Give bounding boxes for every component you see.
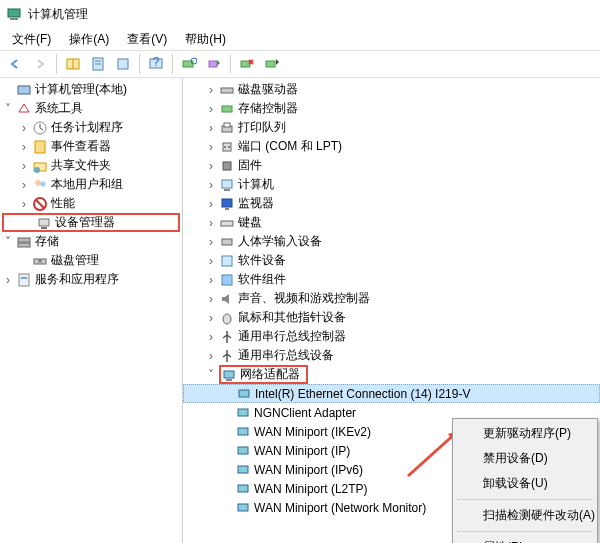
tree-task-scheduler[interactable]: ›任务计划程序 (0, 118, 182, 137)
chevron-right-icon[interactable]: › (16, 121, 32, 135)
menu-separator (457, 499, 593, 500)
tree-event-viewer[interactable]: ›事件查看器 (0, 137, 182, 156)
device-keyboards[interactable]: ›键盘 (183, 213, 600, 232)
context-menu-properties[interactable]: 属性(R) (455, 535, 595, 543)
chevron-right-icon[interactable]: › (203, 121, 219, 135)
svg-rect-53 (238, 428, 248, 435)
svg-rect-50 (226, 379, 232, 381)
svg-rect-40 (222, 180, 232, 188)
device-computer[interactable]: ›计算机 (183, 175, 600, 194)
menu-bar: 文件(F) 操作(A) 查看(V) 帮助(H) (0, 28, 600, 50)
chevron-down-icon[interactable]: ˅ (0, 235, 16, 249)
properties-button[interactable] (87, 53, 109, 75)
chevron-right-icon[interactable]: › (203, 273, 219, 287)
device-firmware[interactable]: ›固件 (183, 156, 600, 175)
chevron-down-icon[interactable]: ˅ (203, 368, 219, 382)
svg-rect-1 (10, 18, 18, 20)
device-print-queues[interactable]: ›打印队列 (183, 118, 600, 137)
chevron-right-icon[interactable]: › (203, 311, 219, 325)
menu-view[interactable]: 查看(V) (119, 29, 175, 50)
tree-device-manager[interactable]: 设备管理器 (2, 213, 180, 232)
chevron-right-icon[interactable]: › (203, 254, 219, 268)
device-storage-controllers[interactable]: ›存储控制器 (183, 99, 600, 118)
svg-rect-44 (221, 221, 233, 226)
tree-shared-folders[interactable]: ›共享文件夹 (0, 156, 182, 175)
svg-rect-51 (239, 390, 249, 397)
tree-root[interactable]: 计算机管理(本地) (0, 80, 182, 99)
device-disk-drives[interactable]: ›磁盘驱动器 (183, 80, 600, 99)
device-hid[interactable]: ›人体学输入设备 (183, 232, 600, 251)
device-monitors[interactable]: ›监视器 (183, 194, 600, 213)
disable-device-button[interactable] (261, 53, 283, 75)
chevron-right-icon[interactable]: › (203, 349, 219, 363)
scan-hardware-button[interactable] (178, 53, 200, 75)
chevron-right-icon[interactable]: › (203, 178, 219, 192)
chevron-down-icon[interactable]: ˅ (0, 102, 16, 116)
toolbar: ? (0, 50, 600, 78)
context-menu-disable-device[interactable]: 禁用设备(D) (455, 446, 595, 471)
svg-rect-57 (238, 504, 248, 511)
tree-disk-management[interactable]: 磁盘管理 (0, 251, 182, 270)
tree-label: Intel(R) Ethernet Connection (14) I219-V (255, 387, 470, 401)
chevron-right-icon[interactable]: › (203, 235, 219, 249)
chevron-right-icon[interactable]: › (16, 178, 32, 192)
tree-label: 鼠标和其他指针设备 (238, 309, 346, 326)
uninstall-device-button[interactable] (236, 53, 258, 75)
help-button[interactable]: ? (145, 53, 167, 75)
svg-rect-56 (238, 485, 248, 492)
device-software-devices[interactable]: ›软件设备 (183, 251, 600, 270)
svg-text:?: ? (153, 56, 160, 69)
menu-action[interactable]: 操作(A) (61, 29, 117, 50)
update-driver-toolbar-button[interactable] (203, 53, 225, 75)
context-menu-uninstall-device[interactable]: 卸载设备(U) (455, 471, 595, 496)
menu-help[interactable]: 帮助(H) (177, 29, 234, 50)
svg-point-38 (228, 146, 230, 148)
tree-label: WAN Miniport (L2TP) (254, 482, 368, 496)
chevron-right-icon[interactable]: › (203, 216, 219, 230)
tree-system-tools[interactable]: ˅系统工具 (0, 99, 182, 118)
device-network-adapters[interactable]: 网络适配器 (240, 366, 300, 383)
context-menu-scan-hardware[interactable]: 扫描检测硬件改动(A) (455, 503, 595, 528)
chevron-right-icon[interactable]: › (203, 197, 219, 211)
tree-label: 任务计划程序 (51, 119, 123, 136)
chevron-right-icon[interactable]: › (16, 197, 32, 211)
device-software-components[interactable]: ›软件组件 (183, 270, 600, 289)
svg-point-19 (34, 167, 40, 173)
svg-rect-52 (238, 409, 248, 416)
device-usb-devices[interactable]: ›通用串行总线设备 (183, 346, 600, 365)
chevron-right-icon[interactable]: › (0, 273, 16, 287)
chevron-right-icon[interactable]: › (203, 159, 219, 173)
export-button[interactable] (112, 53, 134, 75)
device-usb-controllers[interactable]: ›通用串行总线控制器 (183, 327, 600, 346)
tree-label: 存储 (35, 233, 59, 250)
forward-button[interactable] (29, 53, 51, 75)
device-mice[interactable]: ›鼠标和其他指针设备 (183, 308, 600, 327)
app-icon (6, 6, 22, 22)
chevron-right-icon[interactable]: › (203, 140, 219, 154)
tree-services[interactable]: ›服务和应用程序 (0, 270, 182, 289)
show-hide-button[interactable] (62, 53, 84, 75)
svg-rect-13 (241, 61, 250, 67)
svg-line-23 (36, 200, 44, 208)
svg-rect-45 (222, 239, 232, 245)
left-tree: 计算机管理(本地) ˅系统工具 ›任务计划程序 ›事件查看器 ›共享文件夹 ›本… (0, 78, 182, 291)
tree-label: NGNClient Adapter (254, 406, 356, 420)
tree-label: 键盘 (238, 214, 262, 231)
device-ports[interactable]: ›端口 (COM 和 LPT) (183, 137, 600, 156)
network-adapter-ethernet[interactable]: Intel(R) Ethernet Connection (14) I219-V (183, 384, 600, 403)
tree-local-users[interactable]: ›本地用户和组 (0, 175, 182, 194)
tree-label: 人体学输入设备 (238, 233, 322, 250)
chevron-right-icon[interactable]: › (16, 159, 32, 173)
back-button[interactable] (4, 53, 26, 75)
chevron-right-icon[interactable]: › (16, 140, 32, 154)
device-sound[interactable]: ›声音、视频和游戏控制器 (183, 289, 600, 308)
svg-rect-12 (209, 61, 217, 67)
chevron-right-icon[interactable]: › (203, 330, 219, 344)
tree-performance[interactable]: ›性能 (0, 194, 182, 213)
chevron-right-icon[interactable]: › (203, 292, 219, 306)
menu-file[interactable]: 文件(F) (4, 29, 59, 50)
chevron-right-icon[interactable]: › (203, 83, 219, 97)
tree-storage[interactable]: ˅存储 (0, 232, 182, 251)
context-menu-update-driver[interactable]: 更新驱动程序(P) (455, 421, 595, 446)
chevron-right-icon[interactable]: › (203, 102, 219, 116)
